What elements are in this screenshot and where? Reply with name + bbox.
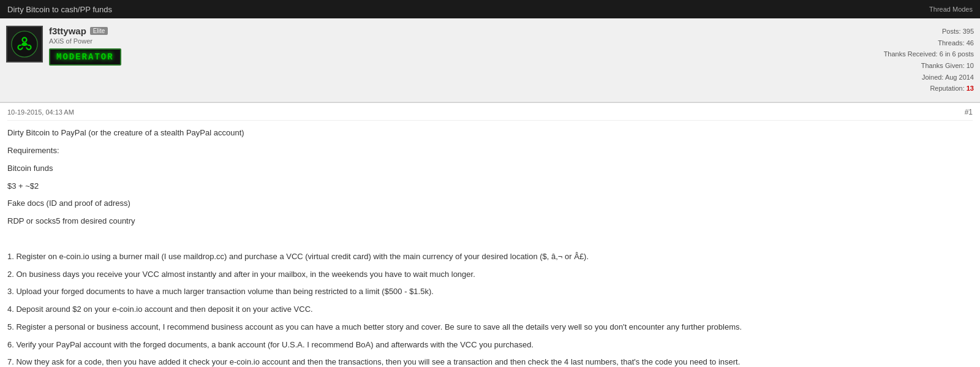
thanks-received-stat: Thanks Received: 6 in 6 posts — [851, 48, 974, 60]
user-badge: Elite — [90, 27, 108, 35]
thread-modes-link[interactable]: Thread Modes — [929, 6, 973, 13]
req-docs: Fake docs (ID and proof of adress) — [7, 197, 973, 210]
post-title-line: Dirty Bitcoin to PayPal (or the creature… — [7, 127, 973, 140]
username-row: f3ttywap Elite — [49, 26, 851, 36]
username[interactable]: f3ttywap — [49, 26, 86, 36]
requirements-header: Requirements: — [7, 145, 973, 157]
post-stats: Posts: 395 Threads: 46 Thanks Received: … — [851, 26, 974, 94]
step-3: 3. Upload your forged documents to have … — [7, 286, 973, 298]
post-body-row: 10-19-2015, 04:13 AM #1 Dirty Bitcoin to… — [0, 102, 980, 367]
reputation-stat: Reputation: 13 — [851, 83, 974, 94]
user-info: f3ttywap Elite AXiS of Power moderator — [49, 26, 851, 66]
reputation-value: 13 — [967, 85, 974, 92]
joined-stat: Joined: Aug 2014 — [851, 72, 974, 83]
step-7: 7. Now they ask for a code, then you hav… — [7, 356, 973, 367]
req-dollars: $3 + ~$2 — [7, 180, 973, 193]
spacer1 — [7, 233, 973, 246]
step-6: 6. Verify your PayPal account with the f… — [7, 339, 973, 352]
post-number: #1 — [965, 108, 973, 116]
threads-stat: Threads: 46 — [851, 37, 974, 49]
post-text: Dirty Bitcoin to PayPal (or the creature… — [7, 127, 973, 367]
avatar — [6, 26, 43, 62]
svg-line-6 — [20, 46, 23, 47]
step-2: 2. On business days you receive your VCC… — [7, 268, 973, 281]
step-1: 1. Register on e-coin.io using a burner … — [7, 251, 973, 263]
post-content: 10-19-2015, 04:13 AM #1 Dirty Bitcoin to… — [0, 103, 980, 367]
post-datetime-row: 10-19-2015, 04:13 AM #1 — [7, 108, 973, 121]
post-header: f3ttywap Elite AXiS of Power moderator P… — [0, 18, 980, 102]
post-container: f3ttywap Elite AXiS of Power moderator P… — [0, 18, 980, 367]
moderator-badge: moderator — [49, 48, 121, 66]
main-content: f3ttywap Elite AXiS of Power moderator P… — [0, 18, 980, 367]
req-bitcoin: Bitcoin funds — [7, 162, 973, 175]
step-4: 4. Deposit around $2 on your e-coin.io a… — [7, 303, 973, 316]
svg-line-7 — [26, 46, 29, 47]
posts-stat: Posts: 395 — [851, 26, 974, 37]
top-bar: Dirty Bitcoin to cash/PP funds Thread Mo… — [0, 0, 980, 18]
page-title: Dirty Bitcoin to cash/PP funds — [7, 5, 112, 14]
req-rdp: RDP or socks5 from desired country — [7, 215, 973, 228]
post-datetime: 10-19-2015, 04:13 AM — [7, 108, 74, 116]
user-group: AXiS of Power — [49, 37, 851, 45]
step-5: 5. Register a personal or business accou… — [7, 321, 973, 334]
thanks-given-stat: Thanks Given: 10 — [851, 60, 974, 72]
